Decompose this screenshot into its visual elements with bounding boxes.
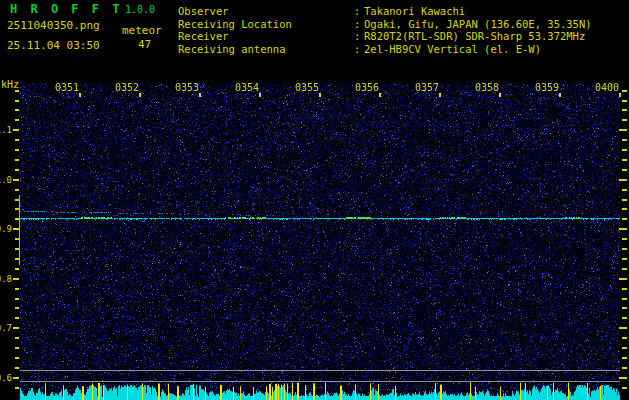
time-axis-label: 0355 [295,82,323,93]
time-axis-label: 0400 [595,82,623,93]
time-axis-label: 0353 [175,82,203,93]
freq-minor-tick-left [15,298,19,300]
info-value: R820T2(RTL-SDR) SDR-Sharp 53.372MHz [364,30,585,42]
freq-minor-tick-left [15,109,19,111]
freq-minor-tick-left [15,100,19,102]
freq-minor-tick-left [15,288,19,290]
time-axis-label: 0354 [235,82,263,93]
freq-minor-tick-left [15,199,19,201]
info-row-antenna: Receiving antenna:2el-HB9CV Vertical (el… [178,43,203,55]
time-axis-label: 0351 [55,82,83,93]
freq-minor-tick-right [622,258,627,260]
left-edge-marker-line [19,195,20,265]
info-separator: : [354,43,360,55]
freq-minor-tick-right [622,367,627,369]
freq-minor-tick-left [15,218,19,220]
freq-major-tick-right [619,129,627,131]
time-tick [79,93,81,97]
freq-major-tick-left [13,129,19,131]
freq-minor-tick-right [622,357,627,359]
freq-minor-tick-left [15,268,19,270]
time-axis-label: 0358 [475,82,503,93]
freq-minor-tick-right [622,208,627,210]
freq-minor-tick-right [622,317,627,319]
time-axis-label: 0352 [115,82,143,93]
freq-axis-label: 0.9 [0,224,12,234]
freq-major-tick-right [619,327,627,329]
time-tick [439,93,441,97]
freq-minor-tick-right [622,119,627,121]
app-version: 1.0.0 [125,4,155,15]
freq-minor-tick-right [622,337,627,339]
info-value: Ogaki, Gifu, JAPAN (136.60E, 35.35N) [364,18,592,30]
freq-minor-tick-left [15,337,19,339]
freq-minor-tick-right [622,248,627,250]
info-label: Receiver [178,30,229,42]
hrofft-output-screen: H R O F F T 1.0.0 2511040350.png meteor … [0,0,629,400]
observation-mode-label: meteor [122,24,162,37]
freq-major-tick-left [13,278,19,280]
freq-major-tick-left [13,327,19,329]
freq-axis-label: 0.8 [0,274,12,284]
freq-minor-tick-right [622,149,627,151]
time-tick [139,93,141,97]
observation-datetime: 25.11.04 03:50 [7,39,100,52]
freq-minor-tick-left [15,208,19,210]
freq-minor-tick-left [15,119,19,121]
info-value: 2el-HB9CV Vertical (el. E-W) [364,43,541,55]
freq-minor-tick-left [15,189,19,191]
info-separator: : [354,30,360,42]
info-row-observer: Observer:Takanori Kawachi [178,5,203,17]
freq-minor-tick-right [622,169,627,171]
freq-axis-label: 0.7 [0,323,12,333]
time-tick [559,93,561,97]
freq-major-tick-right [619,179,627,181]
freq-minor-tick-left [15,169,19,171]
freq-minor-tick-left [15,258,19,260]
freq-minor-tick-left [15,238,19,240]
freq-major-tick-right [619,228,627,230]
freq-minor-tick-right [622,298,627,300]
freq-minor-tick-right [622,347,627,349]
info-row-receiver: Receiver:R820T2(RTL-SDR) SDR-Sharp 53.37… [178,30,203,42]
freq-minor-tick-right [622,288,627,290]
freq-minor-tick-left [15,357,19,359]
freq-minor-tick-left [15,159,19,161]
time-axis-label: 0357 [415,82,443,93]
freq-minor-tick-right [622,307,627,309]
freq-minor-tick-left [15,139,19,141]
freq-minor-tick-right [622,109,627,111]
freq-minor-tick-left [15,90,19,92]
time-axis-label: 0356 [355,82,383,93]
output-filename: 2511040350.png [7,19,100,32]
freq-axis-label: 1.0 [0,175,12,185]
freq-major-tick-right [619,377,627,379]
freq-minor-tick-right [622,238,627,240]
time-tick [499,93,501,97]
info-label: Receiving antenna [178,43,285,55]
time-tick [259,93,261,97]
echo-count: 47 [138,38,151,51]
freq-minor-tick-right [622,268,627,270]
info-separator: : [354,18,360,30]
freq-major-tick-left [13,377,19,379]
spectrogram-canvas [20,84,620,400]
info-row-location: Receiving Location:Ogaki, Gifu, JAPAN (1… [178,18,203,30]
freq-minor-tick-right [622,189,627,191]
info-label: Receiving Location [178,18,292,30]
freq-minor-tick-right [622,387,627,389]
info-separator: : [354,5,360,17]
freq-minor-tick-left [15,307,19,309]
freq-minor-tick-left [15,317,19,319]
freq-minor-tick-left [15,347,19,349]
freq-axis-unit-label: kHz [1,79,19,90]
freq-minor-tick-left [15,248,19,250]
time-tick [379,93,381,97]
freq-axis-label: 0.6 [0,373,12,383]
freq-minor-tick-left [15,387,19,389]
freq-major-tick-right [619,278,627,280]
freq-minor-tick-left [15,149,19,151]
freq-minor-tick-right [622,159,627,161]
freq-minor-tick-right [622,139,627,141]
info-value: Takanori Kawachi [364,5,465,17]
